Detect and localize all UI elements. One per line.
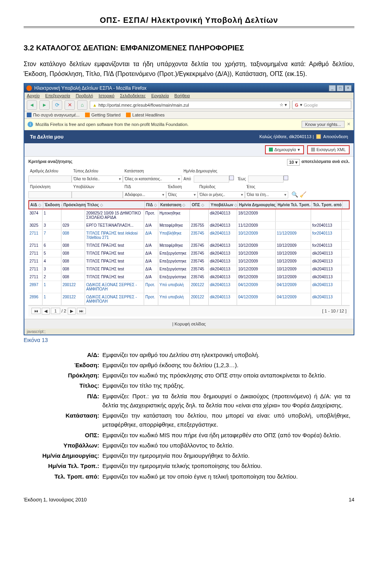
firefox-icon [26, 85, 32, 91]
grid-header-cell[interactable]: Υποβάλλων ◇ [209, 201, 238, 209]
menu-item[interactable]: Επεξεργασία [45, 93, 70, 98]
bookmarks-bar[interactable]: Πιο συχνά αναγνωσμέ...Getting StartedLat… [24, 111, 354, 119]
grid-header-cell[interactable]: Τίτλος ◇ [86, 201, 145, 209]
know-rights-button[interactable]: Know your rights... [302, 121, 345, 128]
from-label: Από [182, 176, 194, 183]
menu-item[interactable]: Προβολή [76, 93, 93, 98]
grid-header-cell[interactable]: ΟΠΣ ◇ [191, 201, 209, 209]
table-cell: Δ/Α [144, 265, 158, 273]
table-row[interactable]: 28971200122ΟΔΙΚΟΣ ΑΞΟΝΑΣ ΣΕΡΡΕΣ - ΑΜΦΙΠΟ… [28, 281, 350, 293]
reload-button[interactable]: ⟳ [52, 100, 62, 110]
table-row[interactable]: 27117008ΤΙΤΛΟΣ ΠΡΑΞΗΣ test /ekdosi 7/del… [28, 229, 350, 242]
table-row[interactable]: 28961200122ΟΔΙΚΟΣ ΑΞΟΝΑΣ ΣΕΡΡΕΣ - ΑΜΦΙΠΟ… [28, 293, 350, 305]
table-row[interactable]: 27113008ΤΙΤΛΟΣ ΠΡΑΞΗΣ testΔ/ΑΕπεξεργάστη… [28, 265, 350, 273]
desc-value: Εμφανίζει τον κωδικό MIS που πήρε ένα ήδ… [102, 431, 350, 440]
table-row[interactable]: 30253029ΕΡΓΟ ΤΕΣΤ/ΑΝΑΠΛΑΣΗ...Δ/ΑΜεταφέρθ… [28, 222, 350, 229]
first-page-button[interactable]: ⏮ [32, 308, 41, 314]
bookmark-item[interactable]: Πιο συχνά αναγνωσμέ... [27, 113, 80, 117]
menu-item[interactable]: Βοήθεια [174, 93, 190, 98]
tab-my-forms[interactable]: Τα Δελτία μου [30, 134, 63, 140]
table-cell: ΤΙΤΛΟΣ ΠΡΑΞΗΣ test /ekdosi 7/deltiou 271 [85, 229, 144, 241]
logout-link[interactable]: Αποσύνδεση [323, 134, 348, 139]
filter-submitter-input[interactable] [72, 191, 123, 198]
import-xml-button[interactable]: Εισαγωγή XML [307, 145, 350, 154]
filter-pd-select[interactable]: Αδιάφορο...▾ [123, 191, 166, 198]
section-title: 3.2 ΚΑΤΑΛΟΓΟΣ ΔΕΛΤΙΩΝ: ΕΜΦΑΝΙΖΟΜΕΝΕΣ ΠΛΗ… [24, 44, 354, 52]
menu-item[interactable]: Εργαλεία [151, 93, 169, 98]
back-button[interactable]: ◄ [27, 100, 37, 110]
create-button[interactable]: Δημιουργία▾ [265, 145, 304, 154]
filter-label: Έτος [245, 183, 288, 190]
window-buttons[interactable]: _□× [328, 85, 352, 91]
table-cell: 10/12/2009 [237, 229, 276, 241]
table-cell: 04/12/2009 [237, 293, 276, 305]
table-cell: Μεταφέρθηκε [158, 242, 190, 249]
filter-period-select[interactable]: Όλοι οι μήνες..▾ [198, 191, 245, 198]
table-cell: dik2040113 [311, 257, 342, 265]
desc-value: Εμφανίζει την ημερομηνία που δημιουργήθη… [102, 451, 350, 460]
table-cell: dik2040113 [311, 273, 342, 281]
table-cell: 008 [61, 265, 85, 273]
desc-key: Πρόκληση: [28, 371, 102, 380]
forward-button[interactable]: ► [39, 100, 50, 110]
search-box[interactable]: G ▾ Google [292, 101, 351, 109]
menu-item[interactable]: Αρχείο [27, 93, 40, 98]
table-cell: ΤΙΤΛΟΣ ΠΡΑΞΗΣ test [85, 250, 144, 257]
prev-page-button[interactable]: ◀ [42, 308, 50, 314]
menu-item[interactable]: Σελιδοδείκτες [120, 93, 146, 98]
table-cell: ΤΙΤΛΟΣ ΠΡΑΞΗΣ test [85, 257, 144, 265]
filter-date-to[interactable] [248, 176, 284, 183]
page-top-link[interactable]: | Κορυφή σελίδας [24, 319, 354, 329]
filter-status-select[interactable]: Όλες οι καταστάσεις..▾ [123, 176, 182, 183]
grid-header-cell[interactable]: Α/Δ ◇ [29, 201, 43, 209]
table-row[interactable]: 27112008ΤΙΤΛΟΣ ΠΡΑΞΗΣ testΔ/ΑΕπεξεργάστη… [28, 273, 350, 281]
filter-date-from[interactable] [194, 176, 229, 183]
plus-icon [269, 148, 273, 152]
search-icon[interactable]: 🔍 [291, 191, 298, 198]
table-cell: ΤΙΤΛΟΣ ΠΡΑΞΗΣ test [85, 265, 144, 273]
bookmark-item[interactable]: Getting Started [85, 113, 120, 117]
last-page-button[interactable]: ⏭ [77, 308, 86, 314]
filter-aa-input[interactable] [28, 176, 72, 183]
close-infobar[interactable]: ✕ [347, 122, 350, 127]
table-cell: 11/12/2009 [276, 229, 311, 241]
grid-header-cell[interactable]: Έκδοση ◇ [43, 201, 62, 209]
filter-edition-select[interactable]: Όλες▾ [166, 191, 198, 198]
table-row[interactable]: 27115008ΤΙΤΛΟΣ ΠΡΑΞΗΣ testΔ/ΑΕπεξεργάστη… [28, 250, 350, 257]
table-cell: Δ/Α [144, 257, 158, 265]
table-cell: 235745 [190, 250, 209, 257]
filter-year-select[interactable]: Όλα τα έτη...▾ [245, 191, 288, 198]
table-cell: 200122 [61, 293, 85, 305]
table-cell: 2711 [28, 229, 43, 241]
table-row[interactable]: 30741209825/2 10/09 15 ΔΗΜΟΤΙΚΟ ΣΧΟΛΕΙΟ … [28, 209, 350, 222]
grid-header-cell[interactable]: Τελ. Τροπ. από ◇ [312, 201, 343, 209]
home-button[interactable]: ⌂ [77, 100, 87, 110]
filter-label: Υποβάλλων [72, 183, 123, 190]
grid-header-cell[interactable]: Ημ/νία Δημιουργίας ◇ [238, 201, 276, 209]
page-input[interactable]: 1 [51, 308, 60, 314]
bookmark-item[interactable]: Latest Headlines [126, 113, 165, 117]
table-row[interactable]: 27116008ΤΙΤΛΟΣ ΠΡΑΞΗΣ testΔ/ΑΜεταφέρθηκε… [28, 242, 350, 250]
grid-header-cell[interactable]: Πρόσκληση ◇ [62, 201, 86, 209]
info-icon: i [28, 122, 33, 127]
next-page-button[interactable]: ▶ [68, 308, 76, 314]
welcome-text: Καλώς ήλθατε, dik2040113 | [259, 134, 314, 139]
filter-invitation-input[interactable] [28, 191, 72, 198]
table-cell: 2897 [28, 281, 43, 293]
table-row[interactable]: 27114008ΤΙΤΛΟΣ ΠΡΑΞΗΣ testΔ/ΑΕπεξεργάστη… [28, 257, 350, 265]
menubar[interactable]: ΑρχείοΕπεξεργασίαΠροβολήΙστορικόΣελιδοδε… [24, 92, 354, 99]
table-cell: 2711 [28, 257, 43, 265]
grid-header-cell[interactable]: Π/Δ ◇ [145, 201, 159, 209]
table-cell: 1 [43, 293, 61, 305]
grid-header-cell[interactable]: Κατάσταση ◇ [159, 201, 191, 209]
calendar-icon[interactable] [284, 176, 288, 180]
grid-header-cell[interactable]: Ημ/νία Τελ. Τροπ. ◇ [276, 201, 312, 209]
clear-icon[interactable]: 🧹 [300, 191, 306, 198]
results-per-page[interactable]: 10▾ [287, 159, 300, 166]
menu-item[interactable]: Ιστορικό [98, 93, 114, 98]
stop-button[interactable]: ✕ [65, 100, 75, 110]
filter-type-select[interactable]: Όλα τα δελτία..▾ [72, 176, 123, 183]
url-box[interactable]: ▲ http://portal.mnec.gr/esub4/flows/main… [90, 101, 290, 109]
table-cell: ΤΙΤΛΟΣ ΠΡΑΞΗΣ test [85, 273, 144, 281]
calendar-icon[interactable] [229, 176, 234, 180]
